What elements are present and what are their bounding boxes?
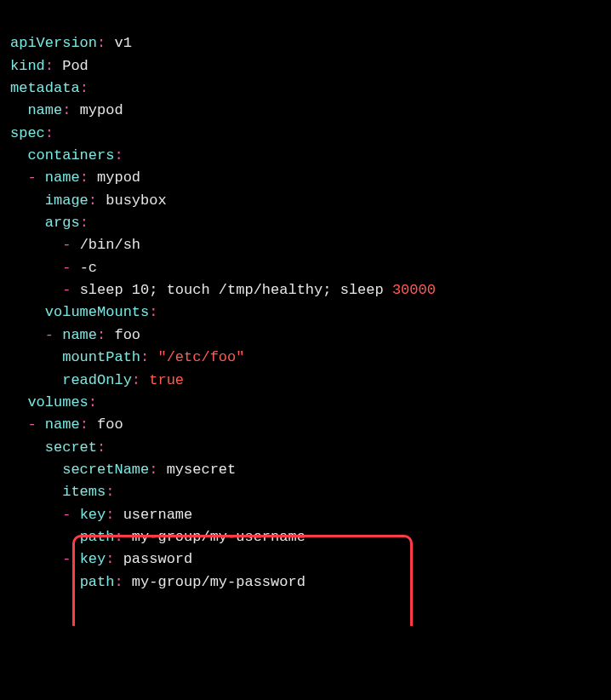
line: items:: [10, 484, 114, 500]
line: - /bin/sh: [10, 237, 140, 253]
line: - name: foo: [10, 416, 123, 433]
key-i0-key: key: [80, 507, 106, 523]
colon: :: [45, 125, 54, 141]
colon: :: [80, 80, 89, 96]
yaml-code-block: apiVersion: v1 kind: Pod metadata: name:…: [10, 10, 601, 616]
colon: :: [45, 58, 54, 74]
colon: :: [114, 529, 123, 545]
colon: :: [106, 484, 114, 500]
val-metadata-name: mypod: [80, 102, 123, 118]
colon: :: [106, 507, 114, 523]
dash: -: [62, 551, 71, 567]
arg0: /bin/sh: [80, 237, 140, 253]
colon: :: [80, 416, 89, 433]
colon: :: [149, 304, 157, 320]
val-kind: Pod: [62, 58, 89, 74]
key-spec: spec: [10, 125, 45, 141]
val-i0-path: my-group/my-username: [132, 529, 306, 545]
colon: :: [97, 327, 106, 343]
dash: -: [62, 507, 71, 523]
arg1: -c: [80, 260, 97, 276]
line: image: busybox: [10, 192, 167, 209]
key-containers: containers: [27, 147, 114, 164]
line: - name: foo: [10, 327, 140, 343]
line: - key: password: [10, 551, 192, 567]
dash: -: [62, 282, 71, 298]
line: name: mypod: [10, 102, 123, 118]
val-secretName: mysecret: [167, 462, 237, 478]
key-metadata: metadata: [10, 80, 80, 96]
line: volumeMounts:: [10, 304, 157, 320]
dash: -: [62, 260, 71, 276]
dash: -: [62, 237, 71, 253]
colon: :: [89, 394, 97, 410]
line: readOnly: true: [10, 372, 184, 388]
key-i1-path: path: [80, 574, 115, 590]
colon: :: [132, 372, 140, 388]
line: path: my-group/my-username: [10, 529, 306, 545]
val-vm0-mount: "/etc/foo": [157, 349, 244, 365]
key-vm0-ro: readOnly: [62, 372, 132, 388]
colon: :: [106, 551, 114, 567]
val-c0-name: mypod: [97, 169, 140, 186]
line: containers:: [10, 147, 123, 164]
key-c0-name: name: [45, 169, 80, 186]
key-secret: secret: [45, 439, 97, 456]
key-kind: kind: [10, 58, 45, 74]
line: mountPath: "/etc/foo": [10, 349, 244, 365]
val-vm0-name: foo: [114, 327, 140, 343]
line: metadata:: [10, 80, 89, 96]
key-c0-image: image: [45, 192, 89, 209]
dash: -: [45, 327, 54, 343]
key-i1-key: key: [80, 551, 106, 567]
val-vm0-ro: true: [149, 372, 184, 388]
colon: :: [97, 439, 106, 456]
colon: :: [97, 35, 106, 51]
colon: :: [140, 349, 149, 365]
line: args:: [10, 215, 89, 231]
colon: :: [80, 215, 89, 231]
line: apiVersion: v1: [10, 35, 132, 51]
colon: :: [62, 102, 71, 118]
line: - key: username: [10, 507, 192, 523]
arg2-num: 30000: [392, 282, 436, 298]
line: secretName: mysecret: [10, 462, 236, 478]
line: - sleep 10; touch /tmp/healthy; sleep 30…: [10, 282, 436, 298]
key-vm0-name: name: [62, 327, 97, 343]
val-apiVersion: v1: [114, 35, 131, 51]
key-items: items: [62, 484, 106, 500]
colon: :: [80, 169, 89, 186]
line: spec:: [10, 125, 54, 141]
key-v0-name: name: [45, 416, 80, 433]
val-i0-key: username: [123, 507, 193, 523]
dash: -: [27, 169, 36, 186]
line: - -c: [10, 260, 97, 276]
line: - name: mypod: [10, 169, 140, 186]
line: volumes:: [10, 394, 97, 410]
line: kind: Pod: [10, 58, 89, 74]
val-v0-name: foo: [97, 416, 123, 433]
line: path: my-group/my-password: [10, 574, 306, 590]
colon: :: [89, 192, 97, 209]
colon: :: [114, 147, 123, 164]
colon: :: [114, 574, 123, 590]
colon: :: [149, 462, 157, 478]
key-vm0-mount: mountPath: [62, 349, 140, 365]
key-vm: volumeMounts: [45, 304, 149, 320]
key-c0-args: args: [45, 215, 80, 231]
val-i1-path: my-group/my-password: [132, 574, 306, 590]
val-c0-image: busybox: [106, 192, 166, 209]
val-i1-key: password: [123, 551, 193, 567]
key-i0-path: path: [80, 529, 115, 545]
key-apiVersion: apiVersion: [10, 35, 97, 51]
dash: -: [27, 416, 36, 433]
key-volumes: volumes: [27, 394, 88, 410]
key-secretName: secretName: [62, 462, 149, 478]
arg2: sleep 10; touch /tmp/healthy; sleep: [80, 282, 392, 298]
line: secret:: [10, 439, 106, 456]
key-metadata-name: name: [27, 102, 62, 118]
